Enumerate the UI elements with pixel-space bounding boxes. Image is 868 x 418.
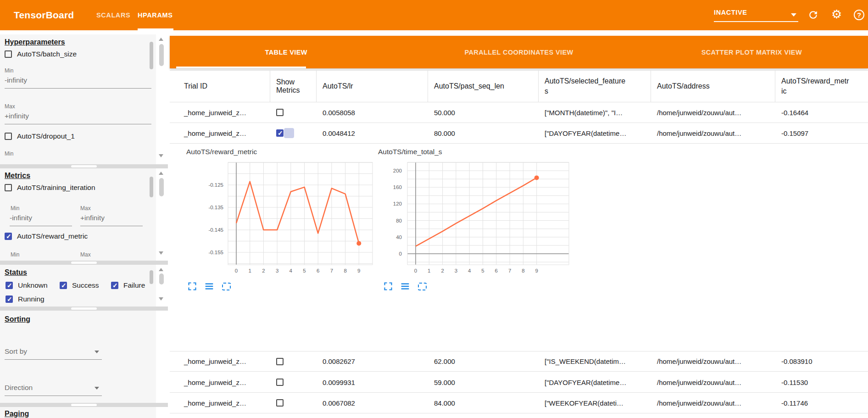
app-header: TensorBoard SCALARS HPARAMS INACTIVE ⚙ ? bbox=[0, 0, 868, 30]
checkbox-status-running[interactable] bbox=[6, 295, 13, 303]
sidebar-section-sorting: Sorting Sort by Direction bbox=[0, 311, 156, 403]
scrollbar-thumb[interactable] bbox=[159, 44, 164, 66]
chart-toolbar bbox=[383, 281, 427, 291]
table-row[interactable]: _home_junweid_z… 0.0067082 84.000 ["WEEK… bbox=[170, 393, 868, 413]
svg-text:-0.125: -0.125 bbox=[208, 182, 223, 188]
view-data-list-icon[interactable] bbox=[204, 281, 214, 291]
cell-selected-features: ["IS_WEEKEND(datetim… bbox=[539, 357, 651, 365]
column-header-reward-metric[interactable]: AutoTS/reward_metric bbox=[775, 71, 868, 102]
show-metrics-checkbox[interactable] bbox=[276, 358, 284, 365]
cell-show-metrics bbox=[270, 358, 317, 365]
cell-reward-metric: -0.11530 bbox=[775, 379, 868, 386]
expand-chart-icon[interactable] bbox=[187, 281, 197, 291]
min-field-input[interactable]: -infinity bbox=[5, 76, 151, 89]
active-nav-underline bbox=[138, 28, 173, 30]
scroll-up-arrow-icon[interactable] bbox=[159, 268, 163, 271]
column-header-show-metrics[interactable]: Show Metrics bbox=[270, 71, 317, 102]
section-resize-divider bbox=[0, 164, 168, 168]
show-metrics-checkbox[interactable] bbox=[276, 399, 284, 407]
time-total-line-chart: 012345678920016012080400 bbox=[384, 156, 572, 283]
scroll-down-arrow-icon[interactable] bbox=[159, 251, 163, 255]
min-field-input[interactable]: -infinity bbox=[10, 214, 72, 226]
checkbox-training-iteration[interactable] bbox=[5, 184, 12, 191]
tab-scalars[interactable]: SCALARS bbox=[96, 0, 130, 30]
cell-address: /home/junweid/zouwu/aut… bbox=[651, 129, 775, 137]
scroll-up-arrow-icon[interactable] bbox=[159, 38, 163, 41]
svg-text:7: 7 bbox=[508, 268, 511, 273]
cell-trial-id: _home_junweid_z… bbox=[170, 129, 270, 137]
scroll-down-arrow-icon[interactable] bbox=[159, 297, 163, 301]
hparam-label-dropout-1: AutoTS/dropout_1 bbox=[17, 132, 75, 140]
show-metrics-checkbox[interactable] bbox=[276, 129, 284, 137]
table-row[interactable]: _home_junweid_z… 0.0099931 59.000 ["DAYO… bbox=[170, 372, 868, 393]
column-header-lr[interactable]: AutoTS/lr bbox=[317, 71, 428, 102]
min-field-label: Min bbox=[5, 150, 13, 157]
cell-trial-id: _home_junweid_z… bbox=[170, 109, 270, 117]
checkbox-status-unknown[interactable] bbox=[6, 282, 13, 289]
refresh-icon[interactable] bbox=[807, 9, 819, 22]
status-label-failure: Failure bbox=[123, 281, 145, 290]
selection-zoom-icon[interactable] bbox=[417, 281, 427, 291]
svg-text:120: 120 bbox=[393, 201, 402, 206]
svg-text:9: 9 bbox=[535, 268, 538, 273]
chevron-down-icon bbox=[95, 351, 99, 353]
tab-scatter-plot-matrix-view[interactable]: SCATTER PLOT MATRIX VIEW bbox=[635, 36, 868, 68]
show-metrics-checkbox[interactable] bbox=[276, 379, 284, 386]
resize-handle[interactable] bbox=[71, 262, 97, 264]
resize-handle[interactable] bbox=[71, 404, 97, 406]
settings-gear-icon[interactable]: ⚙ bbox=[831, 8, 842, 20]
show-metrics-checkbox[interactable] bbox=[276, 109, 284, 116]
column-header-past-seq-len[interactable]: AutoTS/past_seq_len bbox=[428, 71, 539, 102]
cell-selected-features: ["MONTH(datetime)", "I… bbox=[539, 109, 651, 117]
svg-text:-0.145: -0.145 bbox=[208, 227, 223, 233]
run-status-value: INACTIVE bbox=[714, 9, 747, 16]
column-header-trial-id[interactable]: Trial ID bbox=[170, 71, 270, 102]
resize-handle[interactable] bbox=[71, 165, 97, 167]
max-field-input[interactable]: +infinity bbox=[80, 214, 143, 226]
checkbox-reward-metric[interactable] bbox=[5, 233, 12, 240]
cell-selected-features: ["WEEKOFYEAR(dateti… bbox=[539, 399, 651, 407]
help-icon[interactable]: ? bbox=[854, 10, 864, 20]
svg-text:0: 0 bbox=[399, 251, 402, 256]
scrollbar-thumb[interactable] bbox=[159, 273, 164, 284]
svg-text:4: 4 bbox=[289, 268, 293, 273]
resize-handle[interactable] bbox=[71, 307, 97, 310]
tab-hparams[interactable]: HPARAMS bbox=[138, 0, 172, 30]
column-header-selected-features[interactable]: AutoTS/selected_features bbox=[539, 71, 651, 102]
checkbox-status-success[interactable] bbox=[60, 282, 67, 289]
run-status-dropdown[interactable]: INACTIVE bbox=[714, 0, 802, 30]
direction-placeholder: Direction bbox=[5, 384, 33, 391]
svg-text:200: 200 bbox=[393, 168, 402, 173]
table-row[interactable]: _home_junweid_z… 0.0058058 50.000 ["MONT… bbox=[170, 102, 868, 123]
direction-select[interactable]: Direction bbox=[5, 384, 102, 396]
section-scrollbar-thumb[interactable] bbox=[150, 177, 153, 197]
scrollbar-thumb[interactable] bbox=[159, 178, 164, 196]
view-tab-bar: TABLE VIEW PARALLEL COORDINATES VIEW SCA… bbox=[170, 36, 868, 68]
table-row[interactable]: _home_junweid_z… 0.0048412 80.000 ["DAYO… bbox=[170, 123, 868, 144]
section-scrollbar-thumb[interactable] bbox=[150, 42, 153, 69]
status-label-success: Success bbox=[72, 281, 99, 290]
table-row[interactable]: _home_junweid_z… 0.0082627 62.000 ["IS_W… bbox=[170, 351, 868, 372]
expand-chart-icon[interactable] bbox=[383, 281, 393, 291]
metrics-charts-section: AutoTS/reward_metric AutoTS/time_total_s… bbox=[170, 144, 868, 351]
checkbox-dropout-1[interactable] bbox=[5, 133, 12, 140]
scroll-up-arrow-icon[interactable] bbox=[159, 172, 163, 175]
section-scrollbar-thumb[interactable] bbox=[150, 270, 153, 284]
sidebar-section-status: Status Unknown Success Failure Running bbox=[0, 265, 156, 307]
cell-selected-features: ["DAYOFYEAR(datetime… bbox=[539, 129, 651, 137]
section-title-status: Status bbox=[5, 268, 27, 277]
tab-parallel-coordinates-view[interactable]: PARALLEL COORDINATES VIEW bbox=[402, 36, 635, 68]
scroll-down-arrow-icon[interactable] bbox=[159, 154, 163, 157]
selection-zoom-icon[interactable] bbox=[221, 281, 231, 291]
tab-table-view[interactable]: TABLE VIEW bbox=[170, 36, 402, 68]
chevron-down-icon bbox=[95, 387, 99, 390]
sidebar-section-hyperparameters: Hyperparameters AutoTS/batch_size Min -i… bbox=[0, 34, 156, 164]
cell-lr: 0.0099931 bbox=[317, 379, 428, 386]
checkbox-status-failure[interactable] bbox=[111, 282, 118, 289]
table-header-row: Trial ID Show Metrics AutoTS/lr AutoTS/p… bbox=[170, 70, 868, 102]
sort-by-select[interactable]: Sort by bbox=[5, 347, 102, 360]
checkbox-batch-size[interactable] bbox=[5, 50, 12, 58]
max-field-input[interactable]: +infinity bbox=[5, 112, 151, 124]
view-data-list-icon[interactable] bbox=[400, 281, 410, 291]
column-header-address[interactable]: AutoTS/address bbox=[651, 71, 775, 102]
